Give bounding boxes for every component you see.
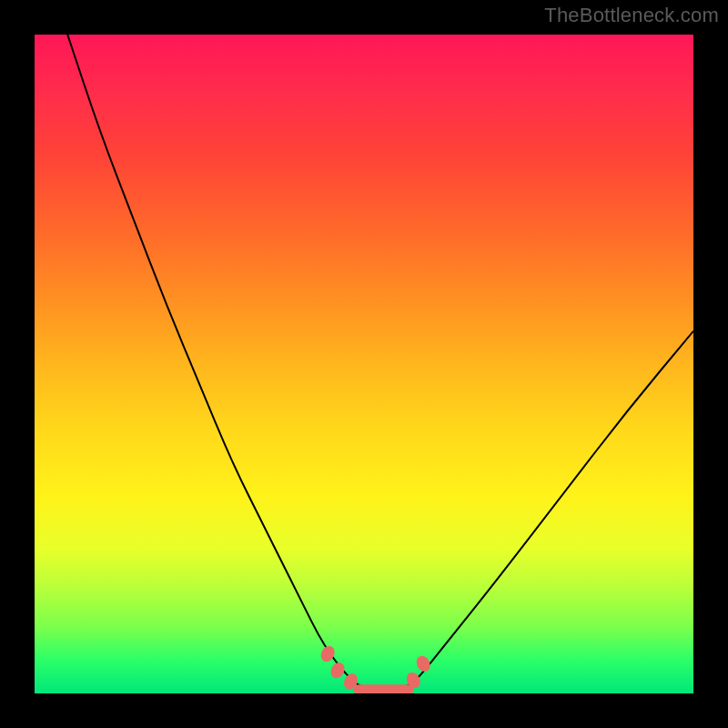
marker-group (318, 643, 433, 692)
chart-frame: TheBottleneck.com (0, 0, 728, 728)
attribution-text: TheBottleneck.com (544, 4, 719, 27)
curve-svg (35, 35, 693, 693)
curve-marker (414, 653, 433, 673)
curve-marker (329, 660, 348, 680)
plot-area (35, 35, 693, 693)
bottleneck-curve (67, 35, 693, 690)
